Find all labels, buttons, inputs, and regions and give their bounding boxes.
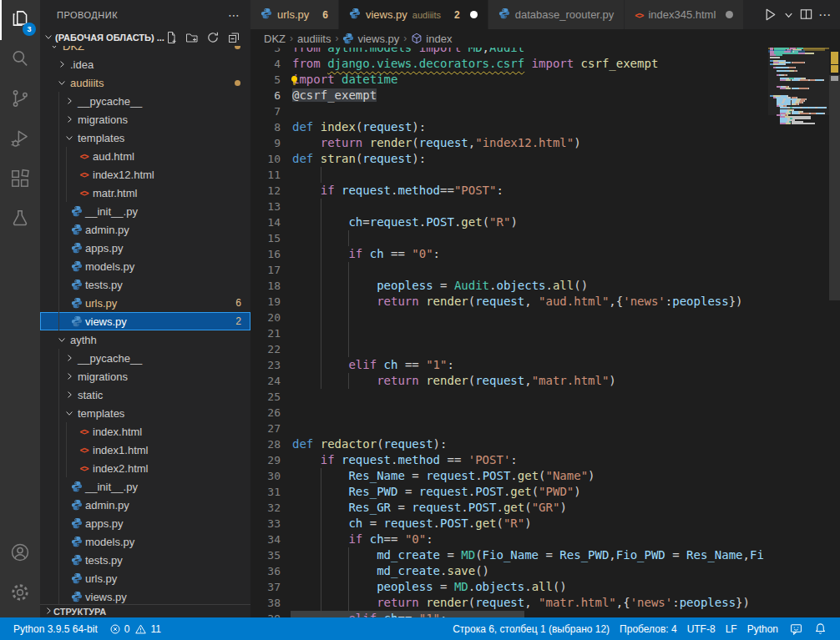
tree-item-admin.py[interactable]: admin.py — [40, 220, 250, 239]
scrollbar-slider[interactable] — [829, 75, 840, 300]
line-number[interactable]: 25 — [250, 389, 281, 405]
code-line-16[interactable]: 16 if ch == "0": — [250, 246, 840, 262]
minimap[interactable] — [768, 48, 829, 617]
code-line-26[interactable]: 26 — [250, 405, 840, 421]
tree-item-templates[interactable]: templates — [40, 129, 250, 147]
breadcrumb-item-index[interactable]: index — [411, 33, 452, 45]
code-line-23[interactable]: 23 elif ch == "1": — [250, 357, 840, 373]
account-button[interactable] — [0, 534, 40, 574]
explorer-activity-button[interactable]: 3 — [0, 0, 40, 40]
breadcrumb-item-DKZ[interactable]: DKZ — [264, 33, 286, 45]
line-number[interactable]: 9 — [250, 135, 281, 151]
line-number[interactable]: 33 — [250, 516, 281, 532]
line-number[interactable]: 10 — [250, 151, 281, 167]
code-line-6[interactable]: 6@csrf_exempt — [250, 88, 840, 103]
eol-status[interactable]: LF — [721, 623, 742, 635]
tree-item-migrations[interactable]: migrations — [40, 110, 250, 129]
tree-item-__pycache__[interactable]: __pycache__ — [40, 92, 250, 110]
code-line-25[interactable]: 25 — [250, 389, 840, 405]
collapse-all-icon[interactable] — [227, 31, 240, 44]
feedback-button[interactable] — [783, 622, 807, 635]
python-interpreter-status[interactable]: Python 3.9.5 64-bit — [8, 617, 103, 640]
tree-item-audiiits[interactable]: audiiits — [40, 73, 250, 92]
tab-database_roouter.py[interactable]: database_roouter.py — [488, 0, 625, 29]
problems-status[interactable]: 0 11 — [103, 617, 166, 640]
breadcrumb-item-views.py[interactable]: views.py — [342, 33, 399, 45]
run-icon[interactable] — [762, 7, 778, 23]
tree-item-index1.html[interactable]: <>index1.html — [40, 441, 250, 459]
line-number[interactable]: 29 — [250, 452, 281, 468]
new-folder-icon[interactable] — [185, 31, 199, 44]
line-number[interactable]: 31 — [250, 484, 281, 500]
code-line-29[interactable]: 29 if request.method == 'POST': — [250, 452, 840, 468]
code-line-8[interactable]: 8def index(request): — [250, 119, 840, 135]
line-number[interactable]: 14 — [250, 214, 281, 230]
code-line-10[interactable]: 10def stran(request): — [250, 151, 840, 167]
line-number[interactable]: 20 — [250, 310, 281, 325]
tree-item-apps.py[interactable]: apps.py — [40, 239, 250, 257]
code-line-3[interactable]: 3from aythh.models import MD,Audit — [250, 48, 840, 56]
more-actions-icon[interactable]: ⋯ — [818, 8, 832, 23]
code-line-35[interactable]: 35 md_create = MD(Fio_Name = Res_PWD,Fio… — [250, 547, 840, 563]
line-number[interactable]: 3 — [250, 48, 281, 56]
extensions-activity-button[interactable] — [0, 160, 40, 200]
indentation-status[interactable]: Пробелов: 4 — [615, 623, 682, 635]
tree-item-static[interactable]: static — [40, 386, 250, 404]
code-line-7[interactable]: 7 — [250, 103, 840, 119]
workspace-section-header[interactable]: (РАБОЧАЯ ОБЛАСТЬ) ... — [40, 29, 250, 46]
code-line-5[interactable]: 5import datetime — [250, 72, 840, 88]
tree-item-__init__.py[interactable]: __init__.py — [40, 202, 250, 220]
tree-item-__init__.py[interactable]: __init__.py — [40, 477, 250, 496]
code-line-4[interactable]: 4from django.views.decorators.csrf impor… — [250, 56, 840, 72]
line-number[interactable]: 39 — [250, 611, 281, 617]
tree-item-models.py[interactable]: models.py — [40, 257, 250, 275]
line-number[interactable]: 16 — [250, 246, 281, 262]
line-number[interactable]: 23 — [250, 357, 281, 373]
line-number[interactable]: 38 — [250, 595, 281, 611]
line-number[interactable]: 21 — [250, 325, 281, 341]
tree-item-index2.html[interactable]: <>index2.html — [40, 459, 250, 477]
code-line-33[interactable]: 33 ch = request.POST.get("R") — [250, 516, 840, 532]
tree-item-matr.html[interactable]: <>matr.html — [40, 184, 250, 202]
code-line-36[interactable]: 36 md_create.save() — [250, 563, 840, 579]
code-line-37[interactable]: 37 peopless = MD.objects.all() — [250, 579, 840, 595]
tab-urls.py[interactable]: urls.py6 — [250, 0, 339, 29]
line-number[interactable]: 37 — [250, 579, 281, 595]
code-line-19[interactable]: 19 return render(request, "aud.html",{'n… — [250, 294, 840, 310]
line-number[interactable]: 11 — [250, 167, 281, 183]
code-line-28[interactable]: 28def redactor(request): — [250, 436, 840, 452]
line-number[interactable]: 27 — [250, 421, 281, 436]
tree-item-.idea[interactable]: .idea — [40, 55, 250, 73]
tree-item-apps.py[interactable]: apps.py — [40, 514, 250, 532]
line-number[interactable]: 17 — [250, 262, 281, 278]
tree-item-aud.html[interactable]: <>aud.html — [40, 147, 250, 165]
code-line-30[interactable]: 30 Res_Name = request.POST.get("Name") — [250, 468, 840, 484]
code-line-18[interactable]: 18 peopless = Audit.objects.all() — [250, 278, 840, 294]
line-number[interactable]: 30 — [250, 468, 281, 484]
tree-item-__pycache__[interactable]: __pycache__ — [40, 349, 250, 367]
encoding-status[interactable]: UTF-8 — [682, 623, 721, 635]
outline-section-header[interactable]: СТРУКТУРА — [40, 604, 250, 617]
code-line-34[interactable]: 34 if ch== "0": — [250, 532, 840, 547]
code-line-12[interactable]: 12 if request.method=="POST": — [250, 183, 840, 199]
lightbulb-icon[interactable] — [289, 74, 300, 90]
tree-item-templates[interactable]: templates — [40, 404, 250, 422]
line-number[interactable]: 7 — [250, 103, 281, 119]
source-control-activity-button[interactable] — [0, 80, 40, 120]
code-line-38[interactable]: 38 return render(request, "matr.html",{'… — [250, 595, 840, 611]
refresh-icon[interactable] — [206, 31, 220, 44]
code-line-20[interactable]: 20 — [250, 310, 840, 325]
tree-item-tests.py[interactable]: tests.py — [40, 551, 250, 569]
code-line-27[interactable]: 27 — [250, 421, 840, 436]
tree-item-index12.html[interactable]: <>index12.html — [40, 165, 250, 184]
line-number[interactable]: 5 — [250, 72, 281, 88]
line-number[interactable]: 26 — [250, 405, 281, 421]
line-number[interactable]: 22 — [250, 341, 281, 357]
code-line-9[interactable]: 9 return render(request,"index12.html") — [250, 135, 840, 151]
tab-views.py[interactable]: views.pyaudiiits2 — [339, 0, 488, 29]
breadcrumb-item-audiiits[interactable]: audiiits — [297, 33, 331, 45]
line-number[interactable]: 13 — [250, 199, 281, 214]
tree-item-urls.py[interactable]: urls.py6 — [40, 294, 250, 312]
line-number[interactable]: 24 — [250, 373, 281, 389]
tree-item-migrations[interactable]: migrations — [40, 367, 250, 386]
